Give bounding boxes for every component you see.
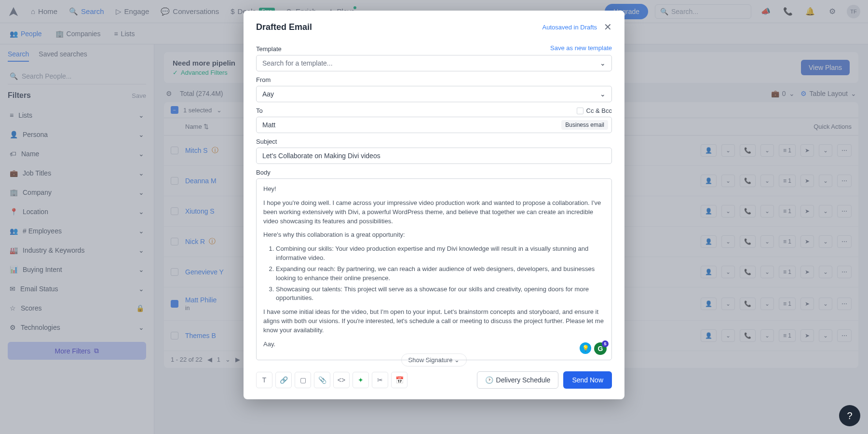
modal-title: Drafted Email <box>256 22 312 32</box>
link-icon[interactable]: 🔗 <box>275 372 292 388</box>
subject-label: Subject <box>256 138 612 145</box>
delivery-schedule-button[interactable]: 🕑Delivery Schedule <box>477 371 559 389</box>
attachment-icon[interactable]: 📎 <box>314 372 330 388</box>
body-editor[interactable]: Hey! I hope you're doing well. I came ac… <box>256 178 612 360</box>
autosaved-label[interactable]: Autosaved in Drafts <box>542 24 597 31</box>
from-label: From <box>256 76 612 83</box>
drafted-email-modal: Drafted Email Autosaved in Drafts ✕ Temp… <box>244 11 624 399</box>
modal-overlay: Drafted Email Autosaved in Drafts ✕ Temp… <box>0 0 868 434</box>
chevron-down-icon: ⌄ <box>600 59 606 67</box>
business-email-tag: Business email <box>561 120 608 130</box>
to-input[interactable] <box>256 117 612 133</box>
from-select[interactable]: Aay ⌄ <box>256 86 612 102</box>
template-label: Template <box>256 45 282 53</box>
send-now-button[interactable]: Send Now <box>563 371 612 389</box>
save-template-link[interactable]: Save as new template <box>550 44 612 52</box>
subject-input[interactable] <box>256 148 612 164</box>
to-label: To <box>256 107 263 114</box>
cc-bcc-toggle[interactable]: Cc & Bcc <box>577 107 612 114</box>
close-icon[interactable]: ✕ <box>604 21 612 33</box>
ai-icon[interactable]: ✦ <box>353 372 369 388</box>
grammarly-icon[interactable]: G5 <box>594 342 607 355</box>
code-icon[interactable]: <> <box>333 372 350 388</box>
assistant-icon[interactable]: 💡 <box>580 342 591 354</box>
template-select[interactable]: Search for a template... ⌄ <box>256 55 612 71</box>
clock-icon: 🕑 <box>485 376 493 384</box>
body-label: Body <box>256 169 612 176</box>
cc-checkbox[interactable] <box>577 108 583 114</box>
text-format-icon[interactable]: T <box>256 372 272 388</box>
help-button[interactable]: ? <box>839 405 860 426</box>
calendar-icon[interactable]: 📅 <box>391 372 407 388</box>
image-icon[interactable]: ▢ <box>295 372 311 388</box>
snippet-icon[interactable]: ✂ <box>372 372 388 388</box>
chevron-down-icon: ⌄ <box>600 90 606 98</box>
